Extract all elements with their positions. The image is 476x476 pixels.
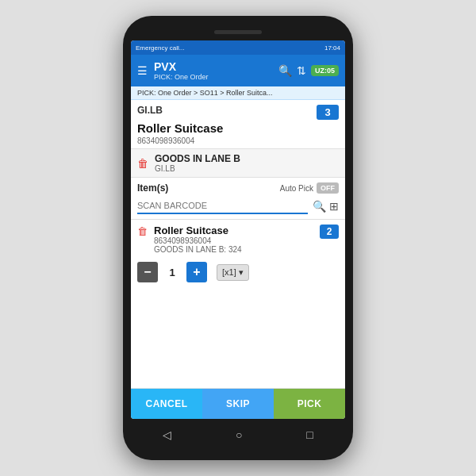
item-trash-icon[interactable]: 🗑 [137, 225, 148, 237]
phone-device: Emergency call... 17:04 ☰ PVX PICK: One … [123, 16, 353, 460]
auto-pick-toggle[interactable]: OFF [317, 182, 339, 194]
gilb-header: GI.LB 3 [131, 100, 345, 121]
item-barcode: 8634098936004 [154, 236, 313, 245]
nav-back-button[interactable]: ◁ [163, 428, 171, 441]
app-title: PVX [154, 60, 272, 74]
action-buttons: CANCEL SKIP PICK [131, 388, 345, 419]
item-info: Roller Suitcase 8634098936004 GOODS IN L… [154, 225, 313, 254]
product-name: Roller Suitcase [131, 121, 345, 136]
status-bar: Emergency call... 17:04 [131, 40, 345, 55]
nav-recents-button[interactable]: □ [306, 428, 313, 441]
lane-banner: 🗑 GOODS IN LANE B GI.LB [131, 148, 345, 178]
cancel-button[interactable]: CANCEL [131, 389, 202, 419]
uz-badge: UZ:05 [311, 65, 339, 76]
auto-pick-label: Auto Pick [280, 184, 313, 193]
phone-nav-bar: ◁ ○ □ [131, 424, 345, 446]
items-label: Item(s) [137, 182, 168, 194]
status-time: 17:04 [324, 44, 340, 52]
scan-row: 🔍 ⊞ [131, 197, 345, 220]
item-qty-badge: 2 [320, 225, 339, 239]
product-barcode: 8634098936004 [131, 136, 345, 148]
breadcrumb: PICK: One Order > SO11 > Roller Suitca..… [131, 86, 345, 100]
item-location: GOODS IN LANE B: 324 [154, 245, 313, 254]
lane-info: GOODS IN LANE B GI.LB [155, 153, 240, 173]
phone-screen: Emergency call... 17:04 ☰ PVX PICK: One … [131, 40, 345, 419]
top-bar: ☰ PVX PICK: One Order 🔍 ⇅ UZ:05 [131, 55, 345, 86]
lane-sub: GI.LB [155, 164, 240, 173]
search-icon[interactable]: 🔍 [278, 64, 292, 77]
item-name: Roller Suitcase [154, 225, 313, 236]
increment-button[interactable]: + [186, 262, 207, 282]
scan-qr-icon[interactable]: ⊞ [329, 200, 339, 213]
gilb-label: GI.LB [137, 105, 163, 116]
auto-pick-row: Auto Pick OFF [280, 182, 339, 194]
scan-search-icon[interactable]: 🔍 [313, 200, 326, 213]
app-subtitle: PICK: One Order [154, 73, 272, 81]
multiplier-selector[interactable]: [x1] ▾ [217, 264, 249, 281]
item-card-row: 🗑 Roller Suitcase 8634098936004 GOODS IN… [137, 225, 339, 254]
item-card: 🗑 Roller Suitcase 8634098936004 GOODS IN… [131, 220, 345, 259]
lane-text: GOODS IN LANE B [155, 153, 240, 164]
phone-speaker [214, 30, 262, 34]
transfer-icon[interactable]: ⇅ [297, 64, 306, 77]
status-emergency: Emergency call... [136, 44, 184, 52]
skip-button[interactable]: SKIP [202, 389, 274, 419]
app-title-block: PVX PICK: One Order [154, 60, 272, 82]
gilb-qty-badge: 3 [317, 105, 339, 120]
decrement-button[interactable]: − [137, 262, 158, 282]
stepper-value: 1 [164, 267, 180, 278]
items-header: Item(s) Auto Pick OFF [131, 178, 345, 197]
hamburger-icon[interactable]: ☰ [137, 64, 148, 77]
scan-barcode-input[interactable] [137, 198, 308, 214]
qty-stepper-row: − 1 + [x1] ▾ [131, 259, 345, 287]
pick-button[interactable]: PICK [274, 389, 345, 419]
scan-icons: 🔍 ⊞ [313, 200, 339, 213]
lane-trash-icon[interactable]: 🗑 [137, 157, 148, 170]
main-content: GI.LB 3 Roller Suitcase 8634098936004 🗑 … [131, 100, 345, 419]
nav-home-button[interactable]: ○ [236, 428, 242, 441]
top-bar-actions: 🔍 ⇅ UZ:05 [278, 64, 339, 77]
